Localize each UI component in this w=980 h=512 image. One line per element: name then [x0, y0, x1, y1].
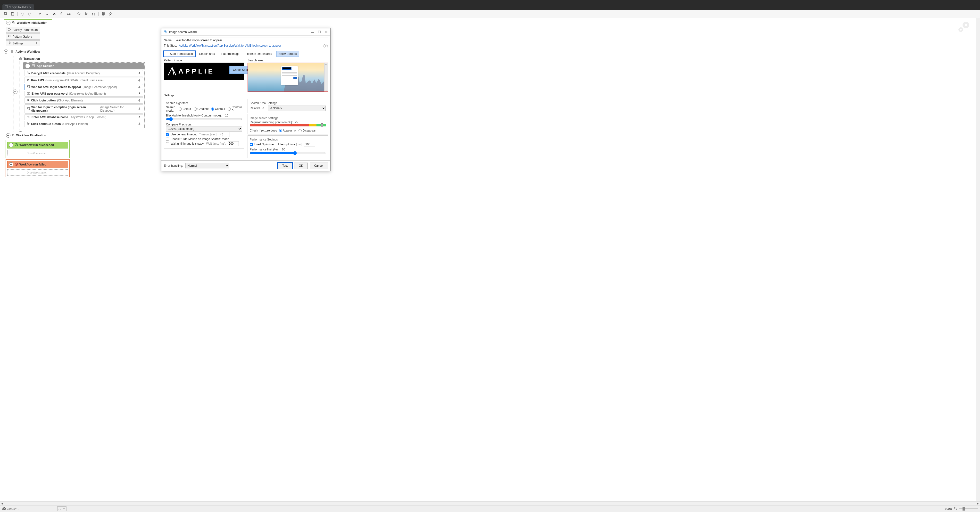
main-toolbar — [0, 10, 980, 18]
step-row[interactable]: Run AMS (Run Program ASI.SMART.Client.Fr… — [24, 77, 143, 83]
close-icon[interactable]: ✕ — [29, 6, 32, 9]
collapse-toggle-icon[interactable] — [6, 21, 10, 25]
up-icon[interactable] — [37, 11, 43, 17]
bw-threshold-slider[interactable] — [166, 117, 242, 121]
activity-parameters-button[interactable]: Activity Parameters — [6, 27, 40, 33]
mode-colour-radio[interactable]: Colour — [179, 107, 191, 111]
pin-icon[interactable] — [138, 86, 141, 89]
pin-icon[interactable] — [138, 92, 141, 95]
relative-to-select[interactable]: < None > — [268, 105, 326, 111]
wizard-titlebar[interactable]: Image search Wizard — ☐ ✕ — [161, 29, 330, 36]
search-area-button[interactable]: Search area — [197, 51, 217, 57]
collapse-toggle-icon[interactable] — [6, 133, 10, 138]
interrupt-time-input[interactable] — [304, 142, 315, 147]
scroll-right-icon[interactable]: ▸ — [976, 502, 980, 506]
hide-mouse-checkbox[interactable] — [166, 138, 169, 141]
wand-icon[interactable] — [59, 11, 65, 17]
breadcrumb[interactable]: Activity Workflow/Transaction/App Sessio… — [179, 44, 281, 48]
down-icon[interactable] — [44, 11, 50, 17]
drop-zone[interactable]: Drop Items here… — [7, 150, 68, 156]
step-name-input[interactable] — [174, 38, 328, 43]
magnifier-icon[interactable] — [954, 507, 957, 511]
prev-result-icon[interactable]: ︿ — [57, 507, 62, 511]
search-input[interactable] — [7, 507, 56, 510]
appear-radio[interactable]: Appear — [279, 129, 292, 132]
collapse-toggle-icon[interactable] — [4, 49, 8, 54]
vertical-scrollbar[interactable]: ▴▾ — [324, 63, 328, 91]
maximize-icon[interactable]: ☐ — [318, 30, 321, 34]
pin-icon[interactable] — [138, 72, 141, 75]
pin-icon[interactable] — [138, 99, 141, 102]
load-optimizer-checkbox[interactable]: Load Optimizer — [250, 143, 274, 146]
ok-button[interactable]: OK — [294, 162, 307, 169]
pin-icon[interactable] — [138, 116, 141, 119]
collapse-toggle-icon[interactable] — [9, 143, 13, 147]
precision-value: 95 — [294, 121, 298, 124]
delete-icon[interactable] — [51, 11, 57, 17]
perf-limit-slider[interactable] — [250, 151, 326, 155]
timeout-input[interactable] — [219, 132, 230, 137]
transaction-header[interactable]: Transaction — [17, 56, 157, 61]
start-from-scratch-button[interactable]: ⋮ Start from scratch — [164, 51, 195, 57]
step-row[interactable]: Wait for login to complete (login screen… — [24, 104, 143, 114]
error-handling-select[interactable]: Normal — [185, 163, 229, 169]
copy-icon[interactable] — [2, 11, 8, 17]
mode-contour-radio[interactable]: Contour — [211, 107, 226, 111]
compare-precision-select[interactable]: 100% (Exact match) — [166, 126, 242, 132]
cancel-button[interactable]: Cancel — [310, 162, 328, 169]
step-row[interactable]: Wait for AMS login screen to appear (Ima… — [24, 84, 143, 90]
horizontal-scrollbar[interactable]: ◂ ▸ — [0, 501, 980, 505]
step-row[interactable]: Decrypt AMS credentials (User Account De… — [24, 70, 143, 76]
bug-icon[interactable] — [91, 11, 96, 17]
name-label: Name — [164, 38, 172, 42]
settings-button[interactable]: Settings — [6, 40, 40, 46]
precision-slider[interactable] — [250, 124, 326, 126]
pattern-image-section: Pattern image APPLIE Check Search — [164, 59, 244, 92]
tab-login-to-ams[interactable]: *Login to AMS ✕ — [2, 4, 34, 10]
collapse-toggle-icon[interactable] — [9, 162, 13, 167]
diamond-icon[interactable] — [76, 11, 82, 17]
step-row[interactable]: Enter AMS database name (Keystrokes to A… — [24, 114, 143, 120]
binoculars-icon[interactable] — [2, 507, 6, 511]
undo-icon[interactable] — [20, 11, 25, 17]
svg-rect-33 — [27, 116, 30, 118]
app-session-header[interactable]: App Session — [23, 63, 145, 69]
mode-contour-p-radio[interactable]: Contour P — [228, 105, 242, 112]
pin-icon[interactable] — [138, 122, 141, 126]
drop-zone[interactable]: Drop Items here… — [7, 169, 68, 176]
step-row[interactable]: Click continue button (Click App Element… — [24, 121, 143, 127]
disappear-radio[interactable]: Disappear — [299, 129, 316, 132]
wait-time-input[interactable] — [228, 141, 239, 146]
wait-steady-checkbox[interactable] — [166, 142, 169, 145]
step-row[interactable]: Enter AMS user password (Keystrokes to A… — [24, 91, 143, 97]
redo-icon[interactable] — [27, 11, 33, 17]
step-row[interactable]: Click login button (Click App Element) — [24, 97, 143, 103]
pattern-gallery-button[interactable]: Pattern Gallery — [6, 33, 40, 40]
use-general-timeout-checkbox[interactable] — [166, 133, 169, 136]
truck-icon[interactable] — [66, 11, 72, 17]
test-button[interactable]: Test — [278, 162, 292, 169]
wrench-icon[interactable] — [108, 11, 114, 17]
collapse-toggle-icon[interactable] — [25, 64, 30, 68]
print-icon[interactable] — [100, 11, 106, 17]
next-result-icon[interactable]: ﹀ — [62, 507, 66, 511]
close-icon[interactable]: ✕ — [325, 30, 328, 34]
show-borders-button[interactable]: Show Borders — [277, 51, 299, 57]
pin-icon[interactable] — [138, 79, 141, 82]
steps-list: Decrypt AMS credentials (User Account De… — [23, 70, 145, 127]
collapse-session-toggle-icon[interactable] — [13, 89, 18, 94]
refresh-search-area-button[interactable]: Refresh search area — [243, 51, 275, 57]
search-area-canvas[interactable]: ▴▾ — [248, 63, 328, 92]
scroll-left-icon[interactable]: ◂ — [0, 502, 4, 506]
pin-icon[interactable] — [138, 108, 141, 110]
play-icon[interactable] — [83, 11, 89, 17]
mode-gradient-radio[interactable]: Gradient — [194, 107, 209, 111]
pattern-image-button[interactable]: Pattern image — [219, 51, 242, 57]
zoom-slider[interactable] — [959, 508, 978, 509]
vertical-scrollbar[interactable] — [976, 18, 980, 501]
pin-icon[interactable] — [35, 41, 38, 45]
workflow-canvas[interactable]: Workflow Initialization Activity Paramet… — [0, 18, 980, 501]
minimize-icon[interactable]: — — [311, 30, 314, 34]
help-icon[interactable]: ? — [323, 44, 328, 48]
paste-icon[interactable] — [10, 11, 16, 17]
